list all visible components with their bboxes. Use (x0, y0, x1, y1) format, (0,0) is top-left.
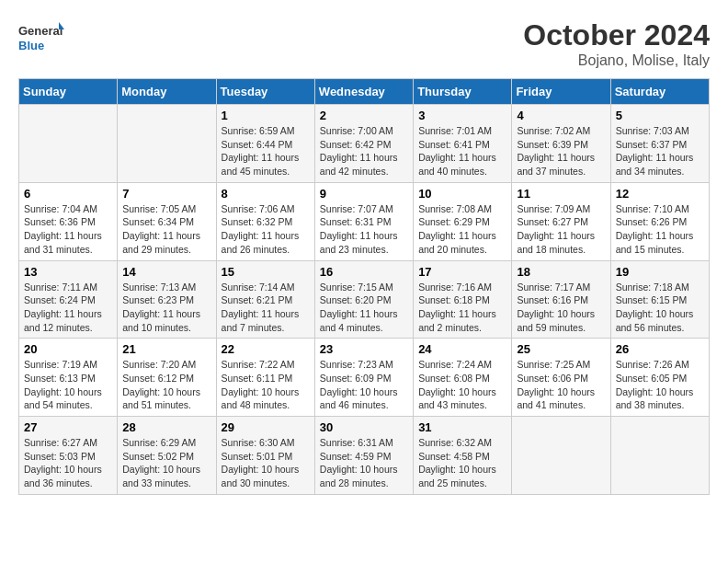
day-cell: 26Sunrise: 7:26 AMSunset: 6:05 PMDayligh… (610, 339, 709, 417)
day-info: Sunrise: 7:16 AMSunset: 6:18 PMDaylight:… (418, 281, 506, 335)
day-cell: 9Sunrise: 7:07 AMSunset: 6:31 PMDaylight… (314, 182, 413, 260)
svg-text:General: General (18, 24, 63, 38)
day-cell (118, 105, 216, 183)
day-number: 22 (222, 342, 310, 356)
day-info: Sunrise: 7:22 AMSunset: 6:11 PMDaylight:… (222, 358, 310, 412)
day-cell: 17Sunrise: 7:16 AMSunset: 6:18 PMDayligh… (414, 260, 512, 339)
day-cell: 25Sunrise: 7:25 AMSunset: 6:06 PMDayligh… (512, 339, 610, 417)
day-number: 5 (616, 109, 704, 122)
day-info: Sunrise: 6:27 AMSunset: 5:03 PMDaylight:… (24, 436, 112, 490)
day-info: Sunrise: 6:59 AMSunset: 6:44 PMDaylight:… (222, 124, 310, 178)
day-cell: 11Sunrise: 7:09 AMSunset: 6:27 PMDayligh… (512, 182, 610, 260)
day-number: 14 (122, 265, 210, 279)
day-info: Sunrise: 7:26 AMSunset: 6:05 PMDaylight:… (616, 358, 704, 412)
location: Bojano, Molise, Italy (523, 52, 710, 69)
day-info: Sunrise: 7:00 AMSunset: 6:42 PMDaylight:… (320, 124, 408, 178)
day-cell: 15Sunrise: 7:14 AMSunset: 6:21 PMDayligh… (216, 260, 314, 339)
day-cell: 6Sunrise: 7:04 AMSunset: 6:36 PMDaylight… (19, 182, 118, 260)
day-info: Sunrise: 7:11 AMSunset: 6:24 PMDaylight:… (24, 281, 112, 335)
day-info: Sunrise: 7:06 AMSunset: 6:32 PMDaylight:… (222, 202, 310, 257)
day-number: 26 (616, 342, 704, 356)
day-cell: 10Sunrise: 7:08 AMSunset: 6:29 PMDayligh… (414, 182, 512, 260)
day-info: Sunrise: 7:10 AMSunset: 6:26 PMDaylight:… (616, 202, 704, 257)
day-number: 4 (517, 109, 605, 122)
day-number: 8 (222, 187, 310, 201)
day-cell: 31Sunrise: 6:32 AMSunset: 4:58 PMDayligh… (414, 417, 512, 495)
header-cell-thursday: Thursday (414, 79, 512, 105)
day-cell: 18Sunrise: 7:17 AMSunset: 6:16 PMDayligh… (512, 260, 610, 339)
day-number: 2 (320, 109, 408, 122)
day-info: Sunrise: 7:03 AMSunset: 6:37 PMDaylight:… (616, 124, 704, 178)
day-number: 7 (122, 187, 210, 201)
day-number: 13 (24, 265, 112, 279)
day-info: Sunrise: 7:24 AMSunset: 6:08 PMDaylight:… (418, 358, 506, 412)
day-number: 11 (517, 187, 605, 201)
title-block: October 2024 Bojano, Molise, Italy (523, 18, 710, 69)
day-number: 1 (222, 109, 310, 122)
week-row-2: 6Sunrise: 7:04 AMSunset: 6:36 PMDaylight… (19, 182, 710, 260)
day-number: 29 (222, 420, 310, 434)
day-cell: 8Sunrise: 7:06 AMSunset: 6:32 PMDaylight… (216, 182, 314, 260)
day-info: Sunrise: 6:29 AMSunset: 5:02 PMDaylight:… (122, 436, 210, 490)
day-cell: 2Sunrise: 7:00 AMSunset: 6:42 PMDaylight… (314, 105, 413, 183)
day-number: 19 (616, 265, 704, 279)
day-cell (512, 417, 610, 495)
week-row-5: 27Sunrise: 6:27 AMSunset: 5:03 PMDayligh… (19, 417, 710, 495)
day-info: Sunrise: 7:15 AMSunset: 6:20 PMDaylight:… (320, 281, 408, 335)
day-cell: 14Sunrise: 7:13 AMSunset: 6:23 PMDayligh… (118, 260, 216, 339)
day-number: 21 (122, 342, 210, 356)
day-number: 27 (24, 420, 112, 434)
header-cell-friday: Friday (512, 79, 610, 105)
day-info: Sunrise: 7:23 AMSunset: 6:09 PMDaylight:… (320, 358, 408, 412)
day-cell: 12Sunrise: 7:10 AMSunset: 6:26 PMDayligh… (610, 182, 709, 260)
calendar-table: SundayMondayTuesdayWednesdayThursdayFrid… (18, 78, 710, 495)
day-cell: 7Sunrise: 7:05 AMSunset: 6:34 PMDaylight… (118, 182, 216, 260)
day-info: Sunrise: 6:31 AMSunset: 4:59 PMDaylight:… (320, 436, 408, 490)
day-cell: 13Sunrise: 7:11 AMSunset: 6:24 PMDayligh… (19, 260, 118, 339)
day-cell: 27Sunrise: 6:27 AMSunset: 5:03 PMDayligh… (19, 417, 118, 495)
week-row-3: 13Sunrise: 7:11 AMSunset: 6:24 PMDayligh… (19, 260, 710, 339)
header-cell-tuesday: Tuesday (216, 79, 314, 105)
day-cell: 28Sunrise: 6:29 AMSunset: 5:02 PMDayligh… (118, 417, 216, 495)
day-cell: 21Sunrise: 7:20 AMSunset: 6:12 PMDayligh… (118, 339, 216, 417)
day-number: 25 (517, 342, 605, 356)
day-number: 16 (320, 265, 408, 279)
day-info: Sunrise: 7:04 AMSunset: 6:36 PMDaylight:… (24, 202, 112, 257)
logo: General Blue (18, 18, 64, 59)
day-info: Sunrise: 7:14 AMSunset: 6:21 PMDaylight:… (222, 281, 310, 335)
day-info: Sunrise: 7:05 AMSunset: 6:34 PMDaylight:… (122, 202, 210, 257)
day-info: Sunrise: 7:13 AMSunset: 6:23 PMDaylight:… (122, 281, 210, 335)
day-cell: 24Sunrise: 7:24 AMSunset: 6:08 PMDayligh… (414, 339, 512, 417)
day-number: 15 (222, 265, 310, 279)
header-cell-saturday: Saturday (610, 79, 709, 105)
day-cell: 22Sunrise: 7:22 AMSunset: 6:11 PMDayligh… (216, 339, 314, 417)
day-number: 23 (320, 342, 408, 356)
logo-svg: General Blue (18, 18, 64, 59)
day-cell: 20Sunrise: 7:19 AMSunset: 6:13 PMDayligh… (19, 339, 118, 417)
day-cell: 16Sunrise: 7:15 AMSunset: 6:20 PMDayligh… (314, 260, 413, 339)
day-info: Sunrise: 7:02 AMSunset: 6:39 PMDaylight:… (517, 124, 605, 178)
day-number: 3 (418, 109, 506, 122)
day-number: 31 (418, 420, 506, 434)
day-number: 12 (616, 187, 704, 201)
week-row-4: 20Sunrise: 7:19 AMSunset: 6:13 PMDayligh… (19, 339, 710, 417)
month-title: October 2024 (523, 18, 710, 52)
header-row: SundayMondayTuesdayWednesdayThursdayFrid… (19, 79, 710, 105)
day-info: Sunrise: 6:32 AMSunset: 4:58 PMDaylight:… (418, 436, 506, 490)
day-number: 28 (122, 420, 210, 434)
day-number: 17 (418, 265, 506, 279)
day-info: Sunrise: 7:25 AMSunset: 6:06 PMDaylight:… (517, 358, 605, 412)
day-info: Sunrise: 7:08 AMSunset: 6:29 PMDaylight:… (418, 202, 506, 257)
day-cell (610, 417, 709, 495)
day-cell: 19Sunrise: 7:18 AMSunset: 6:15 PMDayligh… (610, 260, 709, 339)
day-info: Sunrise: 7:20 AMSunset: 6:12 PMDaylight:… (122, 358, 210, 412)
day-cell: 1Sunrise: 6:59 AMSunset: 6:44 PMDaylight… (216, 105, 314, 183)
header-cell-sunday: Sunday (19, 79, 118, 105)
day-info: Sunrise: 7:17 AMSunset: 6:16 PMDaylight:… (517, 281, 605, 335)
day-cell (19, 105, 118, 183)
day-info: Sunrise: 7:01 AMSunset: 6:41 PMDaylight:… (418, 124, 506, 178)
day-cell: 23Sunrise: 7:23 AMSunset: 6:09 PMDayligh… (314, 339, 413, 417)
day-cell: 5Sunrise: 7:03 AMSunset: 6:37 PMDaylight… (610, 105, 709, 183)
week-row-1: 1Sunrise: 6:59 AMSunset: 6:44 PMDaylight… (19, 105, 710, 183)
day-info: Sunrise: 7:09 AMSunset: 6:27 PMDaylight:… (517, 202, 605, 257)
